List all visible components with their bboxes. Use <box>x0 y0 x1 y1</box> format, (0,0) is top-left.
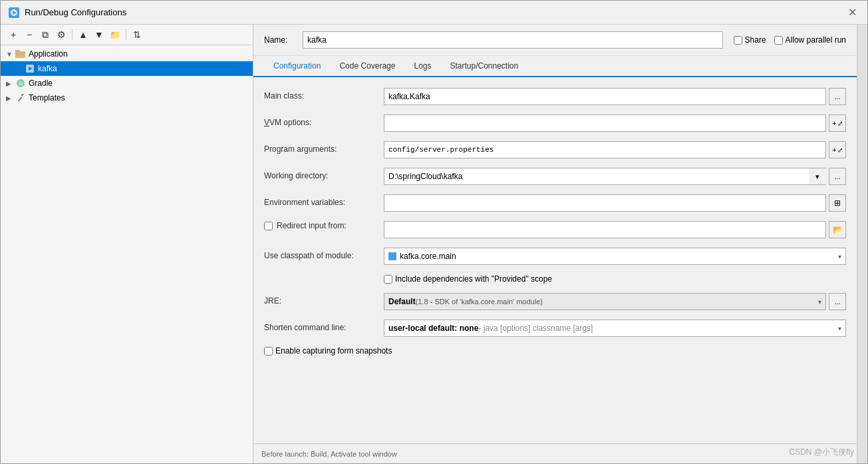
application-label: Application <box>29 49 68 59</box>
remove-config-button[interactable]: − <box>22 27 37 42</box>
main-content: + − ⧉ ⚙ ▲ ▼ 📁 <box>1 25 867 463</box>
settings-button[interactable]: ⚙ <box>54 27 69 42</box>
working-dir-label: Working directory: <box>264 168 384 180</box>
svg-rect-3 <box>15 50 20 53</box>
left-panel: + − ⧉ ⚙ ▲ ▼ 📁 <box>1 25 253 463</box>
sort-icon: ⇅ <box>133 29 141 40</box>
shorten-value-bold: user-local default: none <box>388 324 478 333</box>
allow-parallel-checkbox[interactable] <box>774 36 783 45</box>
move-up-button[interactable]: ▲ <box>76 27 90 42</box>
toolbar-separator-2 <box>126 29 126 40</box>
allow-parallel-label: Allow parallel run <box>786 35 846 45</box>
templates-label: Templates <box>29 93 65 103</box>
shorten-label: Shorten command line: <box>264 320 384 332</box>
main-class-browse-button[interactable]: ... <box>829 88 846 105</box>
snapshot-label[interactable]: Enable capturing form snapshots <box>264 346 392 355</box>
jre-display: Default (1.8 - SDK of 'kafka.core.main' … <box>384 293 826 310</box>
svg-text:G: G <box>19 81 23 87</box>
jre-row: JRE: Default (1.8 - SDK of 'kafka.core.m… <box>264 293 846 310</box>
vm-options-label: VVM options: <box>264 115 384 127</box>
jre-sdk-text: (1.8 - SDK of 'kafka.core.main' module) <box>416 298 543 306</box>
jre-dropdown-arrow: ▾ <box>818 298 821 306</box>
folder-open-icon: 📂 <box>833 225 843 234</box>
tab-code-coverage[interactable]: Code Coverage <box>330 56 404 77</box>
tab-logs[interactable]: Logs <box>404 56 440 77</box>
copy-config-button[interactable]: ⧉ <box>38 27 53 42</box>
expand-arrow-application: ▼ <box>6 51 15 58</box>
snapshot-checkbox[interactable] <box>264 347 273 355</box>
env-vars-edit-button[interactable]: ⊞ <box>829 194 846 212</box>
main-class-field: ... <box>384 88 846 105</box>
copy-icon: ⧉ <box>42 29 49 41</box>
add-folder-button[interactable]: 📁 <box>108 27 122 42</box>
snapshot-row: Enable capturing form snapshots <box>264 346 846 355</box>
jre-default-text: Default <box>388 297 416 306</box>
share-label: Share <box>745 35 766 45</box>
main-class-label: Main class: <box>264 88 384 101</box>
share-checkbox-label[interactable]: Share <box>734 35 766 45</box>
tree-item-kafka[interactable]: kafka <box>1 61 253 76</box>
working-dir-dropdown-button[interactable]: ▾ <box>809 168 826 185</box>
allow-parallel-checkbox-label[interactable]: Allow parallel run <box>774 35 846 45</box>
table-icon: ⊞ <box>834 198 841 208</box>
env-vars-field: ⊞ <box>384 194 846 212</box>
vm-options-row: VVM options: + ⤢ <box>264 115 846 132</box>
move-down-button[interactable]: ▼ <box>92 27 106 42</box>
plus-icon-vm: + <box>832 119 836 127</box>
wrench-icon-templates <box>15 93 26 103</box>
tree-item-gradle[interactable]: ▶ G Gradle <box>1 76 253 91</box>
vm-expand-button[interactable]: + ⤢ <box>829 115 846 132</box>
program-args-input[interactable] <box>384 141 826 158</box>
chevron-up-icon: ▲ <box>78 29 88 40</box>
env-vars-input[interactable] <box>384 194 826 212</box>
working-dir-browse-button[interactable]: ... <box>829 168 846 185</box>
svg-rect-8 <box>17 97 22 101</box>
tab-configuration[interactable]: Configuration <box>264 56 330 77</box>
share-checkbox[interactable] <box>734 36 742 45</box>
redirect-input-browse-button[interactable]: 📂 <box>829 221 846 238</box>
tree-item-application[interactable]: ▼ Application <box>1 47 253 61</box>
shorten-field: user-local default: none - java [options… <box>384 320 846 337</box>
share-area: Share Allow parallel run <box>734 35 846 45</box>
working-dir-field: ▾ ... <box>384 168 846 185</box>
config-content: Main class: ... VVM options: <box>253 77 857 443</box>
working-dir-row: Working directory: ▾ ... <box>264 168 846 185</box>
include-deps-label[interactable]: Include dependencies with "Provided" sco… <box>384 274 552 284</box>
classpath-value: kafka.core.main <box>400 252 838 261</box>
vm-options-input[interactable] <box>384 115 826 132</box>
redirect-input-checkbox[interactable] <box>264 222 273 230</box>
tree-item-templates[interactable]: ▶ Templates <box>1 91 253 105</box>
main-class-input[interactable] <box>384 88 826 105</box>
sort-button[interactable]: ⇅ <box>130 27 144 42</box>
classpath-row: Use classpath of module: kafka.core.main… <box>264 248 846 265</box>
name-label: Name: <box>264 35 297 45</box>
name-input[interactable] <box>303 31 723 49</box>
minus-icon: − <box>27 29 32 40</box>
toolbar-separator <box>72 29 72 40</box>
classpath-dropdown-arrow: ▾ <box>838 253 841 260</box>
expand-arrow-templates: ▶ <box>6 95 15 102</box>
add-config-button[interactable]: + <box>6 27 21 42</box>
dialog-icon <box>9 7 19 18</box>
title-bar-left: Run/Debug Configurations <box>9 7 126 18</box>
close-button[interactable]: ✕ <box>845 6 859 19</box>
folder-icon-application <box>15 49 26 59</box>
module-color-icon <box>388 252 396 260</box>
scrollbar[interactable] <box>857 25 867 463</box>
shorten-row: Shorten command line: user-local default… <box>264 320 846 337</box>
program-args-expand-button[interactable]: + ⤢ <box>829 141 846 158</box>
classpath-label: Use classpath of module: <box>264 248 384 260</box>
include-deps-checkbox[interactable] <box>384 275 392 284</box>
kafka-label: kafka <box>38 64 57 73</box>
include-deps-text: Include dependencies with "Provided" sco… <box>395 274 552 284</box>
env-vars-label: Environment variables: <box>264 194 384 207</box>
tab-startup-connection[interactable]: Startup/Connection <box>440 56 527 77</box>
jre-browse-button[interactable]: ... <box>829 293 846 310</box>
tabs-bar: Configuration Code Coverage Logs Startup… <box>253 56 857 77</box>
run-icon-kafka <box>25 63 35 74</box>
jre-label: JRE: <box>264 293 384 306</box>
working-dir-input[interactable] <box>384 168 809 185</box>
tree-area: ▼ Application kafka <box>1 45 253 463</box>
redirect-input-input[interactable] <box>384 221 826 238</box>
name-row: Name: Share Allow parallel run <box>253 25 857 56</box>
